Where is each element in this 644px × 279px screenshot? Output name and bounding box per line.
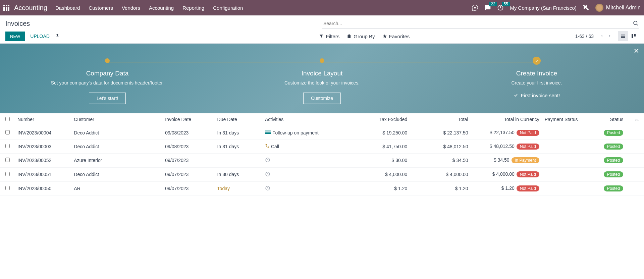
check-icon — [514, 93, 518, 98]
user-menu[interactable]: Mitchell Admin — [595, 4, 641, 12]
cell-status: Posted — [590, 167, 630, 181]
nav-customers[interactable]: Customers — [89, 5, 113, 11]
select-all-checkbox[interactable] — [5, 117, 10, 121]
upload-icon[interactable] — [55, 33, 60, 39]
nav-vendors[interactable]: Vendors — [122, 5, 140, 11]
svg-rect-5 — [621, 37, 625, 38]
cell-status: Posted — [590, 140, 630, 153]
pager[interactable]: 1-63 / 63 — [575, 34, 594, 39]
upload-button[interactable]: UPLOAD — [30, 34, 50, 39]
svg-point-0 — [474, 7, 476, 9]
phone-icon[interactable] — [265, 144, 270, 148]
tools-icon[interactable] — [583, 4, 589, 11]
cell-payment-status — [542, 167, 590, 181]
svg-rect-10 — [265, 133, 271, 134]
cell-tax: $ 1.20 — [349, 181, 410, 196]
col-activities[interactable]: Activities — [262, 113, 349, 126]
cell-tax: $ 30.00 — [349, 153, 410, 167]
step-done-label: First invoice sent! — [436, 93, 637, 98]
table-row[interactable]: INV/2023/00050 AR 09/07/2023 Today $ 1.2… — [0, 181, 644, 196]
col-customer[interactable]: Customer — [71, 113, 162, 126]
cell-status: Posted — [590, 181, 630, 196]
cell-total-currency: $ 4,000.00Not Paid — [471, 167, 542, 181]
col-total-currency[interactable]: Total in Currency — [471, 113, 542, 126]
star-icon — [382, 34, 387, 39]
app-brand[interactable]: Accounting — [14, 4, 47, 12]
cell-date: 09/07/2023 — [162, 167, 214, 181]
cell-number: INV/2023/00004 — [15, 126, 71, 140]
activity-label: Call — [271, 144, 279, 149]
user-name: Mitchell Admin — [606, 5, 641, 11]
step-dot-icon — [320, 58, 324, 63]
kanban-view-button[interactable] — [629, 31, 639, 41]
followup-icon[interactable] — [265, 130, 271, 134]
col-number[interactable]: Number — [15, 113, 71, 126]
nav-reporting[interactable]: Reporting — [182, 5, 204, 11]
clock-icon[interactable] — [265, 171, 270, 177]
cell-payment-status — [542, 126, 590, 140]
groupby-dropdown[interactable]: Group By — [347, 34, 375, 39]
nav-dashboard[interactable]: Dashboard — [55, 5, 80, 11]
table-row[interactable]: INV/2023/00004 Deco Addict 09/08/2023 In… — [0, 126, 644, 140]
cell-total: $ 48,012.50 — [410, 140, 471, 153]
company-name[interactable]: My Company (San Francisco) — [510, 5, 576, 11]
row-checkbox[interactable] — [5, 186, 10, 190]
cell-customer: Azure Interior — [71, 153, 162, 167]
control-panel: Invoices NEW UPLOAD Filters Group By Fav… — [0, 15, 644, 44]
apps-icon[interactable] — [3, 5, 9, 11]
table-row[interactable]: INV/2023/00003 Deco Addict 09/08/2023 In… — [0, 140, 644, 153]
col-tax-excluded[interactable]: Tax Excluded — [349, 113, 410, 126]
onboarding-banner: ✕ Company Data Set your company's data f… — [0, 44, 644, 113]
nav-accounting[interactable]: Accounting — [149, 5, 174, 11]
payment-status-badge: Not Paid — [517, 130, 539, 136]
cell-tax: $ 41,750.00 — [349, 140, 410, 153]
status-badge: Posted — [604, 130, 624, 136]
col-invoice-date[interactable]: Invoice Date — [162, 113, 214, 126]
new-button[interactable]: NEW — [5, 32, 25, 41]
pager-prev[interactable] — [598, 33, 605, 40]
cell-customer: Deco Addict — [71, 167, 162, 181]
row-checkbox[interactable] — [5, 158, 10, 162]
status-badge: Posted — [604, 157, 624, 163]
row-checkbox[interactable] — [5, 130, 10, 134]
messages-icon[interactable]: 22 — [484, 4, 491, 11]
column-settings-icon[interactable] — [635, 117, 639, 121]
customize-button[interactable]: Customize — [303, 93, 341, 104]
cell-date: 09/08/2023 — [162, 140, 214, 153]
cell-number: INV/2023/00003 — [15, 140, 71, 153]
status-badge: Posted — [604, 185, 624, 191]
cell-due — [215, 153, 262, 167]
favorites-dropdown[interactable]: Favorites — [382, 34, 410, 39]
table-row[interactable]: INV/2023/00052 Azure Interior 09/07/2023… — [0, 153, 644, 167]
status-badge: Posted — [604, 171, 624, 177]
table-row[interactable]: INV/2023/00051 Deco Addict 09/07/2023 In… — [0, 167, 644, 181]
search-icon[interactable] — [633, 20, 639, 27]
col-total[interactable]: Total — [410, 113, 471, 126]
search-input[interactable] — [322, 19, 639, 28]
row-checkbox[interactable] — [5, 172, 10, 176]
support-icon[interactable] — [472, 4, 478, 11]
lets-start-button[interactable]: Let's start! — [89, 93, 126, 104]
layers-icon — [347, 34, 352, 39]
cell-customer: Deco Addict — [71, 126, 162, 140]
cell-date: 09/08/2023 — [162, 126, 214, 140]
cell-tax: $ 19,250.00 — [349, 126, 410, 140]
list-view-button[interactable] — [618, 31, 628, 41]
col-due-date[interactable]: Due Date — [215, 113, 262, 126]
activities-icon[interactable]: 55 — [497, 4, 504, 11]
nav-configuration[interactable]: Configuration — [213, 5, 243, 11]
cell-total-currency: $ 22,137.50Not Paid — [471, 126, 542, 140]
col-status[interactable]: Status — [590, 113, 630, 126]
cell-due: In 31 days — [215, 140, 262, 153]
pager-next[interactable] — [606, 33, 613, 40]
clock-icon[interactable] — [265, 157, 270, 163]
svg-rect-8 — [265, 131, 271, 131]
cell-payment-status — [542, 153, 590, 167]
cell-date: 09/07/2023 — [162, 181, 214, 196]
filters-dropdown[interactable]: Filters — [319, 34, 339, 39]
clock-icon[interactable] — [265, 185, 270, 191]
cell-customer: AR — [71, 181, 162, 196]
col-payment-status[interactable]: Payment Status — [542, 113, 590, 126]
row-checkbox[interactable] — [5, 144, 10, 148]
onboard-step-company-data: Company Data Set your company's data for… — [0, 54, 215, 104]
